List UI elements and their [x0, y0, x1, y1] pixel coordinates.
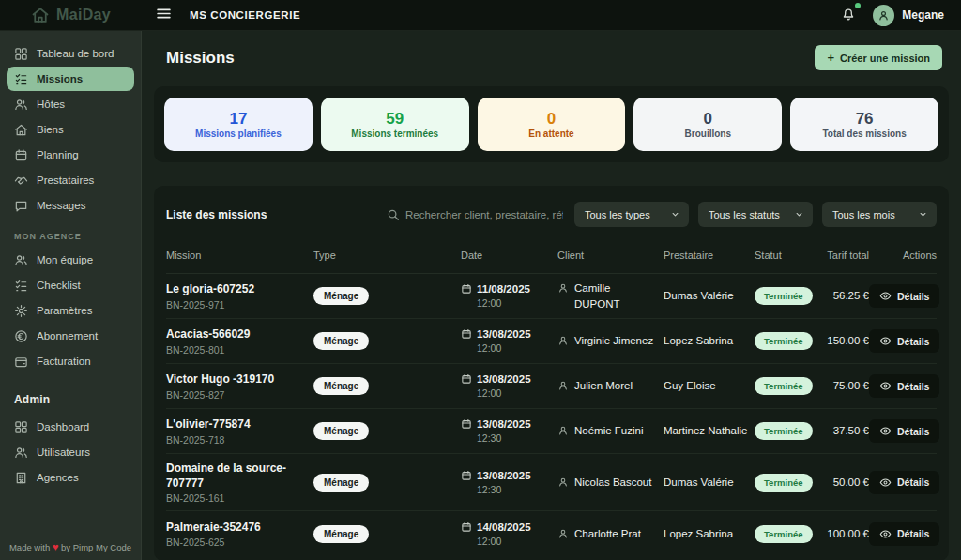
sidebar-item-agences[interactable]: Agences	[0, 465, 141, 490]
sidebar-item-prestataires[interactable]: Prestataires	[0, 168, 141, 192]
sidebar-item-missions[interactable]: Missions	[7, 67, 134, 91]
stat-card-missions-planifiees[interactable]: 17 Missions planifiées	[164, 98, 313, 151]
statut-cell: Terminée	[755, 422, 820, 440]
tarif-cell: 50.00 €	[820, 475, 869, 491]
sidebar-item-tableau-de-bord[interactable]: Tableau de bord	[0, 41, 141, 66]
actions-cell: Détails	[869, 419, 939, 443]
column-header-client: Client	[557, 250, 664, 261]
hamburger-menu-icon[interactable]	[154, 4, 174, 26]
type-badge: Ménage	[313, 525, 369, 543]
sidebar-item-label: Utilisateurs	[37, 446, 90, 458]
filter-statuts-select[interactable]: Tous les statuts	[698, 202, 813, 227]
stat-value: 59	[386, 111, 404, 127]
stat-label: Brouillons	[685, 129, 731, 139]
sidebar-section-admin: Admin	[0, 374, 141, 414]
person-icon	[877, 9, 890, 22]
footer-link[interactable]: Pimp My Code	[73, 542, 131, 552]
calendar-icon	[461, 418, 472, 430]
details-label: Détails	[897, 426, 929, 437]
missions-list-panel: Liste des missions Tous les types Tous l…	[154, 186, 949, 560]
grid-icon	[14, 420, 28, 434]
details-label: Détails	[897, 291, 929, 302]
chat-icon	[14, 199, 28, 213]
mission-name: Acacias-566029	[166, 326, 313, 341]
stat-card-missions-terminees[interactable]: 59 Missions terminées	[321, 98, 469, 151]
filter-types-select[interactable]: Tous les types	[574, 202, 689, 227]
stat-card-brouillons[interactable]: 0 Brouillons	[633, 98, 782, 151]
sidebar-item-checklist[interactable]: Checklist	[0, 273, 141, 297]
sidebar-item-abonnement[interactable]: Abonnement	[0, 324, 141, 348]
tarif-cell: 75.00 €	[820, 378, 869, 394]
sidebar-item-facturation[interactable]: Facturation	[0, 349, 141, 373]
stat-card-en-attente[interactable]: 0 En attente	[478, 98, 626, 151]
brand-logo[interactable]: MaiDay	[0, 0, 142, 30]
details-button[interactable]: Détails	[869, 471, 939, 494]
sidebar-item-label: Prestataires	[37, 174, 94, 186]
sidebar-item-biens[interactable]: Biens	[0, 117, 141, 142]
table-row: Palmeraie-352476 BN-2025-625 Ménage 14/0…	[166, 511, 937, 556]
tarif-cell: 150.00 €	[820, 333, 869, 349]
details-button[interactable]: Détails	[869, 419, 939, 443]
person-icon	[557, 425, 569, 436]
table-row: Victor Hugo -319170 BN-2025-827 Ménage 1…	[166, 364, 937, 409]
search-icon	[387, 208, 400, 221]
mission-name: Victor Hugo -319170	[166, 371, 313, 386]
table-row: Domaine de la source-707777 BN-2025-161 …	[166, 454, 937, 511]
date-value: 13/08/2025	[477, 328, 531, 340]
task-list-icon	[14, 72, 28, 86]
prestataire-name: Lopez Sabrina	[664, 335, 733, 346]
sidebar-item-dashboard[interactable]: Dashboard	[0, 415, 141, 439]
prestataire-cell: Lopez Sabrina	[664, 526, 755, 541]
sidebar-item-parametres[interactable]: Paramètres	[0, 298, 141, 323]
details-button[interactable]: Détails	[869, 284, 939, 308]
create-mission-button[interactable]: + Créer une mission	[815, 45, 942, 70]
mission-cell: Domaine de la source-707777 BN-2025-161	[166, 461, 313, 504]
mission-name: Domaine de la source-707777	[166, 461, 313, 491]
client-cell: Charlotte Prat	[557, 526, 664, 541]
building-icon	[14, 471, 28, 485]
sidebar-item-label: Biens	[37, 124, 64, 135]
filter-types-value: Tous les types	[585, 209, 650, 220]
client-cell: Julien Morel	[557, 378, 664, 393]
brand-name: MaiDay	[56, 7, 111, 23]
mission-reference: BN-2025-971	[166, 299, 313, 310]
stat-card-total-missions[interactable]: 76 Total des missions	[790, 98, 938, 151]
sidebar-item-label: Missions	[37, 73, 83, 84]
person-icon	[557, 335, 569, 346]
time-value: 12:30	[477, 484, 557, 495]
mission-cell: Palmeraie-352476 BN-2025-625	[166, 520, 313, 548]
time-value: 12:00	[477, 342, 557, 354]
details-button[interactable]: Détails	[869, 329, 939, 353]
sidebar-item-label: Messages	[37, 200, 85, 211]
notifications-button[interactable]	[839, 5, 858, 26]
filter-mois-select[interactable]: Tous les mois	[822, 202, 937, 227]
mission-reference: BN-2025-625	[166, 537, 313, 548]
prestataire-name: Dumas Valérie	[664, 477, 734, 488]
date-value: 13/08/2025	[477, 418, 531, 430]
sidebar-item-label: Mon équipe	[37, 254, 93, 265]
details-button[interactable]: Détails	[869, 374, 939, 398]
plus-icon: +	[827, 52, 834, 64]
time-value: 12:30	[477, 432, 557, 444]
sidebar-item-mon-equipe[interactable]: Mon équipe	[0, 248, 141, 272]
actions-cell: Détails	[869, 329, 939, 353]
sidebar-item-planning[interactable]: Planning	[0, 143, 141, 167]
details-button[interactable]: Détails	[869, 522, 939, 546]
prestataire-name: Dumas Valérie	[664, 290, 734, 301]
mission-name: L'olivier-775874	[166, 416, 313, 431]
sidebar-item-hotes[interactable]: Hôtes	[0, 92, 141, 116]
euro-circle-icon	[14, 329, 28, 343]
sidebar-item-label: Hôtes	[37, 98, 65, 110]
stat-value: 0	[547, 111, 556, 127]
user-avatar[interactable]	[873, 5, 894, 26]
mission-cell: Victor Hugo -319170 BN-2025-827	[166, 371, 313, 400]
details-label: Détails	[897, 336, 929, 347]
search-input[interactable]	[405, 209, 563, 220]
sidebar-item-messages[interactable]: Messages	[0, 193, 141, 218]
table-row: L'olivier-775874 BN-2025-718 Ménage 13/0…	[166, 409, 937, 454]
sidebar-item-utilisateurs[interactable]: Utilisateurs	[0, 440, 141, 464]
type-cell: Ménage	[313, 287, 461, 305]
user-name[interactable]: Megane	[902, 8, 944, 22]
filter-statuts-value: Tous les statuts	[709, 209, 780, 220]
prestataire-cell: Guy Eloise	[664, 378, 755, 393]
